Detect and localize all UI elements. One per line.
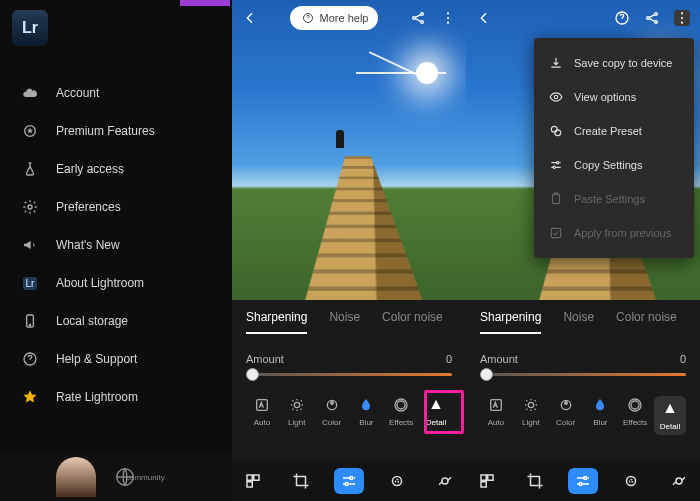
- tool-detail[interactable]: Detail: [654, 396, 686, 435]
- tab-sharpening[interactable]: Sharpening: [480, 310, 541, 334]
- presets-icon[interactable]: [238, 468, 268, 494]
- photo-preview[interactable]: More help: [232, 0, 466, 300]
- svg-point-24: [393, 477, 402, 486]
- dd-label: View options: [574, 91, 636, 103]
- more-icon[interactable]: [440, 10, 456, 26]
- menu-rate[interactable]: Rate Lightroom: [0, 378, 232, 416]
- gear-icon: [22, 199, 38, 215]
- tool-auto[interactable]: Auto: [246, 396, 278, 427]
- menu-label: Rate Lightroom: [56, 390, 138, 404]
- tab-color-noise[interactable]: Color noise: [616, 310, 677, 334]
- tool-effects[interactable]: Effects: [385, 396, 417, 427]
- tool-label: Auto: [488, 418, 504, 427]
- color-icon: [557, 396, 575, 414]
- svg-point-26: [442, 478, 448, 484]
- more-icon[interactable]: [674, 10, 690, 26]
- dd-copy-settings[interactable]: Copy Settings: [534, 148, 694, 182]
- tool-row: Auto Light Color Blur Effects Detail: [246, 396, 452, 427]
- tool-effects[interactable]: Effects: [619, 396, 651, 435]
- share-icon[interactable]: [410, 10, 426, 26]
- tab-noise[interactable]: Noise: [563, 310, 594, 334]
- editor-top-bar: More help: [232, 0, 466, 36]
- download-icon: [548, 55, 564, 71]
- community-label: community: [126, 473, 165, 482]
- paste-icon: [548, 191, 564, 207]
- svg-point-34: [554, 95, 558, 99]
- menu-account[interactable]: Account: [0, 74, 232, 112]
- crop-icon[interactable]: [520, 468, 550, 494]
- more-help-chip[interactable]: More help: [290, 6, 379, 30]
- menu-label: About Lightroom: [56, 276, 144, 290]
- detail-tabs: Sharpening Noise Color noise: [246, 310, 452, 335]
- heal-icon[interactable]: [616, 468, 646, 494]
- presets-icon[interactable]: [472, 468, 502, 494]
- svg-point-37: [557, 162, 559, 164]
- flask-icon: [22, 161, 38, 177]
- slider-track[interactable]: [480, 373, 686, 376]
- svg-rect-19: [247, 475, 252, 480]
- dd-save-copy[interactable]: Save copy to device: [534, 46, 694, 80]
- tool-blur[interactable]: Blur: [350, 396, 382, 427]
- svg-point-3: [29, 324, 30, 325]
- tool-label: Color: [556, 418, 575, 427]
- slider-value: 0: [680, 353, 686, 365]
- tool-label: Blur: [593, 418, 607, 427]
- menu-whats-new[interactable]: What's New: [0, 226, 232, 264]
- crop-icon[interactable]: [286, 468, 316, 494]
- slider-value: 0: [446, 353, 452, 365]
- amount-slider: Amount 0: [480, 353, 686, 376]
- back-icon[interactable]: [476, 10, 492, 26]
- megaphone-icon: [22, 237, 38, 253]
- slider-track[interactable]: [246, 373, 452, 376]
- help-icon[interactable]: [614, 10, 630, 26]
- menu-premium[interactable]: Premium Features: [0, 112, 232, 150]
- menu-help[interactable]: Help & Support: [0, 340, 232, 378]
- slider-thumb[interactable]: [480, 368, 493, 381]
- menu-label: Premium Features: [56, 124, 155, 138]
- bottom-toolbar: [232, 461, 466, 501]
- slider-thumb[interactable]: [246, 368, 259, 381]
- tool-color[interactable]: Color: [550, 396, 582, 435]
- mask-icon[interactable]: [430, 468, 460, 494]
- svg-point-22: [350, 477, 353, 480]
- tab-noise[interactable]: Noise: [329, 310, 360, 334]
- app-logo: Lr: [12, 10, 48, 46]
- dd-create-preset[interactable]: Create Preset: [534, 114, 694, 148]
- menu-early-access[interactable]: Early access: [0, 150, 232, 188]
- detail-icon: [661, 400, 679, 418]
- tool-light[interactable]: Light: [281, 396, 313, 427]
- tool-color[interactable]: Color: [316, 396, 348, 427]
- menu-preferences[interactable]: Preferences: [0, 188, 232, 226]
- dd-view-options[interactable]: View options: [534, 80, 694, 114]
- color-icon: [323, 396, 341, 414]
- sliders-icon[interactable]: [334, 468, 364, 494]
- bottom-toolbar: [466, 461, 700, 501]
- tab-sharpening[interactable]: Sharpening: [246, 310, 307, 334]
- svg-rect-40: [551, 228, 560, 237]
- help-icon: [300, 10, 316, 26]
- sliders-icon[interactable]: [568, 468, 598, 494]
- tool-light[interactable]: Light: [515, 396, 547, 435]
- overflow-menu: Save copy to device View options Create …: [534, 38, 694, 258]
- tool-auto[interactable]: Auto: [480, 396, 512, 435]
- svg-point-25: [396, 480, 399, 483]
- svg-point-51: [579, 483, 582, 486]
- svg-point-9: [421, 21, 424, 24]
- menu-local-storage[interactable]: Local storage: [0, 302, 232, 340]
- dd-apply-previous: Apply from previous: [534, 216, 694, 250]
- back-icon[interactable]: [242, 10, 258, 26]
- svg-point-29: [655, 13, 658, 16]
- light-icon: [522, 396, 540, 414]
- accent-bar: [180, 0, 230, 6]
- tool-blur[interactable]: Blur: [584, 396, 616, 435]
- tab-color-noise[interactable]: Color noise: [382, 310, 443, 334]
- avatar[interactable]: [56, 457, 96, 497]
- menu-about[interactable]: Lr About Lightroom: [0, 264, 232, 302]
- svg-point-17: [397, 401, 405, 409]
- preset-icon: [548, 123, 564, 139]
- svg-point-10: [447, 12, 449, 14]
- tool-label: Auto: [254, 418, 270, 427]
- mask-icon[interactable]: [664, 468, 694, 494]
- share-icon[interactable]: [644, 10, 660, 26]
- heal-icon[interactable]: [382, 468, 412, 494]
